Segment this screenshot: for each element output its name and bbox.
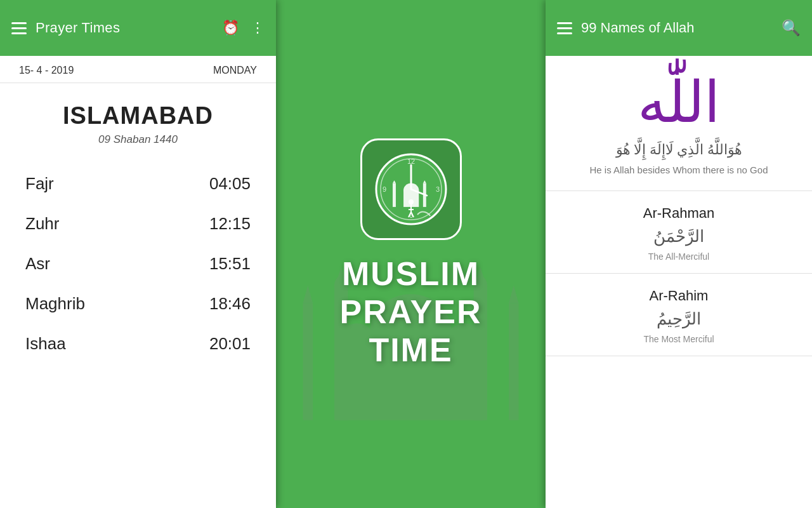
prayer-time: 04:05 [209, 174, 251, 194]
left-app-header: Prayer Times ⏰ ⋮ [0, 0, 276, 56]
name-card[interactable]: Ar-Rahman الرَّحْمَنُ The All-Merciful [546, 191, 812, 274]
prayer-item: Zuhr 12:15 [25, 204, 251, 244]
svg-text:12: 12 [407, 157, 414, 165]
svg-rect-26 [393, 184, 396, 207]
prayer-name: Maghrib [25, 294, 85, 314]
center-branding: 12 3 6 9 [276, 0, 546, 508]
name-english: Ar-Rahim [558, 288, 799, 304]
city-name: ISLAMABAD [13, 102, 263, 130]
alarm-icon[interactable]: ⏰ [222, 20, 239, 36]
name-arabic: الرَّحِيمُ [558, 309, 799, 329]
prayer-times-app: Prayer Times ⏰ ⋮ 15- 4 - 2019 MONDAY ISL… [0, 0, 276, 508]
names-of-allah-app: 99 Names of Allah 🔍 اللّٰه هُوَاللَّهُ ا… [546, 0, 812, 508]
svg-point-30 [409, 199, 414, 204]
prayer-item: Maghrib 18:46 [25, 284, 251, 324]
prayer-item: Fajr 04:05 [25, 164, 251, 204]
center-content: 12 3 6 9 [340, 138, 482, 369]
svg-marker-15 [509, 285, 519, 303]
search-icon[interactable]: 🔍 [782, 19, 801, 37]
prayer-time: 15:51 [209, 254, 251, 274]
svg-rect-28 [422, 184, 426, 207]
name-meaning: The Most Merciful [558, 334, 799, 344]
svg-rect-14 [509, 304, 519, 420]
right-app-title: 99 Names of Allah [581, 20, 773, 36]
left-app-title: Prayer Times [36, 20, 213, 36]
left-header-icons: ⏰ ⋮ [222, 20, 265, 36]
name-arabic: الرَّحْمَنُ [558, 227, 799, 246]
prayer-name: Fajr [25, 174, 54, 194]
prayer-name: Ishaa [25, 334, 66, 354]
prayer-time: 20:01 [209, 334, 251, 354]
date-bar: 15- 4 - 2019 MONDAY [0, 56, 276, 83]
date-display: 15- 4 - 2019 [19, 65, 74, 76]
prayer-list: Fajr 04:05 Zuhr 12:15 Asr 15:51 Maghrib … [0, 152, 276, 508]
svg-marker-13 [303, 285, 313, 303]
name-card[interactable]: Ar-Rahim الرَّحِيمُ The Most Merciful [546, 274, 812, 356]
allah-translation: He is Allah besides Whom there is no God [558, 163, 799, 178]
svg-text:3: 3 [435, 185, 439, 193]
hamburger-menu-icon[interactable] [11, 22, 27, 34]
prayer-name: Zuhr [25, 214, 59, 234]
names-list: Ar-Rahman الرَّحْمَنُ The All-Merciful A… [546, 191, 812, 356]
prayer-item: Asr 15:51 [25, 244, 251, 284]
names-content: اللّٰه هُوَاللَّهُ الَّذِي لَاإِلَهَ إِل… [546, 56, 812, 508]
allah-arabic-verse: هُوَاللَّهُ الَّذِي لَاإِلَهَ إِلَّا هُو… [558, 142, 799, 158]
hijri-date: 09 Shaban 1440 [13, 133, 263, 146]
svg-text:9: 9 [382, 185, 386, 193]
svg-rect-12 [303, 304, 313, 420]
day-display: MONDAY [213, 65, 257, 76]
prayer-item: Ishaa 20:01 [25, 324, 251, 364]
name-english: Ar-Rahman [558, 205, 799, 222]
more-options-icon[interactable]: ⋮ [251, 20, 265, 36]
city-section: ISLAMABAD 09 Shaban 1440 [0, 83, 276, 152]
prayer-time: 12:15 [209, 214, 251, 234]
app-logo: 12 3 6 9 [360, 138, 462, 240]
name-meaning: The All-Merciful [558, 251, 799, 262]
allah-hero-card: اللّٰه هُوَاللَّهُ الَّذِي لَاإِلَهَ إِل… [546, 56, 812, 191]
prayer-name: Asr [25, 254, 50, 274]
right-app-header: 99 Names of Allah 🔍 [546, 0, 812, 56]
allah-calligraphy: اللّٰه [558, 71, 799, 134]
right-hamburger-icon[interactable] [557, 22, 572, 34]
prayer-time: 18:46 [209, 294, 251, 314]
brand-text: MUSLIM PRAYER TIME [340, 255, 482, 369]
